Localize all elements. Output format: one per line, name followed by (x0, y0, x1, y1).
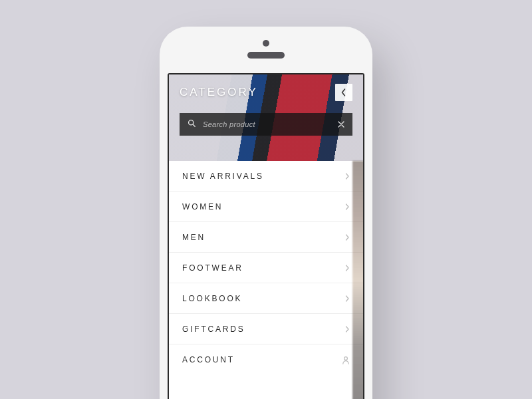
menu-item-giftcards[interactable]: GIFTCARDS (169, 314, 363, 344)
search-bar[interactable] (180, 113, 352, 136)
close-icon (338, 118, 344, 130)
clear-search-button[interactable] (338, 118, 344, 130)
menu-item-new-arrivals[interactable]: NEW ARRIVALS (169, 161, 363, 192)
chevron-left-icon (340, 88, 347, 96)
menu-item-label: WOMEN (182, 202, 223, 211)
chevron-right-icon (345, 234, 350, 241)
phone-speaker (247, 52, 285, 59)
header: CATEGORY (169, 74, 363, 161)
menu-item-label: ACCOUNT (182, 355, 235, 364)
svg-line-1 (193, 124, 195, 126)
search-icon (188, 118, 196, 130)
svg-point-2 (344, 356, 348, 360)
menu-item-men[interactable]: MEN (169, 222, 363, 253)
menu-item-label: FOOTWEAR (182, 263, 243, 273)
menu-item-footwear[interactable]: FOOTWEAR (169, 253, 363, 283)
header-top-row: CATEGORY (180, 84, 352, 101)
chevron-right-icon (345, 295, 350, 302)
phone-camera (263, 40, 269, 47)
menu-item-account[interactable]: ACCOUNT (169, 344, 363, 374)
phone-frame: CATEGORY (160, 27, 372, 399)
user-icon (342, 356, 350, 364)
menu-item-label: NEW ARRIVALS (182, 172, 264, 181)
chevron-right-icon (345, 203, 350, 210)
category-menu: NEW ARRIVALS WOMEN MEN FOOTWEAR (169, 161, 363, 399)
page-title: CATEGORY (180, 86, 258, 99)
menu-item-label: GIFTCARDS (182, 325, 245, 334)
back-button[interactable] (335, 84, 352, 101)
search-input[interactable] (203, 120, 331, 128)
svg-point-0 (189, 120, 194, 125)
screen: CATEGORY (168, 73, 364, 399)
menu-item-women[interactable]: WOMEN (169, 192, 363, 222)
menu-item-label: LOOKBOOK (182, 294, 242, 303)
menu-item-label: MEN (182, 233, 205, 242)
chevron-right-icon (345, 326, 350, 332)
chevron-right-icon (345, 265, 350, 271)
menu-item-lookbook[interactable]: LOOKBOOK (169, 283, 363, 314)
chevron-right-icon (345, 173, 350, 180)
